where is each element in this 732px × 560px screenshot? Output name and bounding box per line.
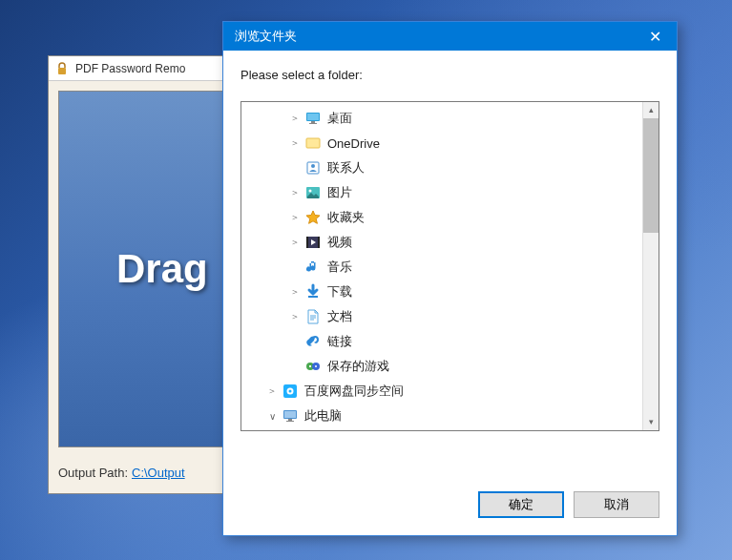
- svg-rect-26: [288, 419, 292, 421]
- downloads-icon: [304, 283, 322, 301]
- tree-item-downloads[interactable]: ＞下载: [241, 280, 642, 304]
- dialog-titlebar[interactable]: 浏览文件夹 ✕: [223, 22, 677, 51]
- svg-point-20: [315, 365, 317, 367]
- close-icon: ✕: [649, 28, 661, 46]
- svg-rect-2: [307, 114, 319, 120]
- onedrive-icon: [304, 135, 322, 152]
- scroll-up-arrow[interactable]: ▴: [643, 102, 659, 118]
- browse-folder-dialog: 浏览文件夹 ✕ Please select a folder: ＞桌面＞OneD…: [222, 21, 678, 536]
- svg-rect-25: [284, 411, 296, 418]
- tree-item-label: 保存的游戏: [327, 358, 389, 375]
- tree-item-label: 联系人: [327, 159, 365, 176]
- dialog-button-row: 确定 取消: [223, 476, 677, 535]
- scroll-thumb[interactable]: [643, 118, 659, 233]
- expander-icon[interactable]: ∨: [264, 411, 280, 422]
- tree-item-documents[interactable]: ＞文档: [241, 304, 642, 329]
- tree-item-label: 图片: [327, 184, 352, 201]
- links-icon: [304, 333, 322, 350]
- tree-item-label: OneDrive: [327, 136, 380, 151]
- favorites-icon: [304, 209, 322, 226]
- svg-rect-4: [309, 123, 317, 124]
- expander-icon[interactable]: ＞: [287, 186, 303, 199]
- tree-item-onedrive[interactable]: ＞OneDrive: [241, 131, 642, 156]
- tree-item-label: 百度网盘同步空间: [304, 383, 404, 400]
- vertical-scrollbar[interactable]: ▴ ▾: [642, 102, 659, 430]
- tree-item-favorites[interactable]: ＞收藏夹: [241, 205, 642, 230]
- tree-item-baidu[interactable]: ＞百度网盘同步空间: [241, 379, 642, 404]
- tree-item-label: 收藏夹: [327, 209, 365, 226]
- svg-rect-11: [306, 237, 308, 248]
- folder-tree[interactable]: ＞桌面＞OneDrive联系人＞图片＞收藏夹＞视频音乐＞下载＞文档链接保存的游戏…: [241, 102, 642, 430]
- tree-item-contacts[interactable]: 联系人: [241, 156, 642, 180]
- svg-point-7: [311, 164, 315, 168]
- svg-rect-19: [309, 365, 311, 367]
- baidu-icon: [282, 383, 299, 400]
- tree-item-label: 桌面: [327, 110, 352, 127]
- tree-item-label: 音乐: [327, 259, 352, 276]
- expander-icon[interactable]: ＞: [287, 136, 303, 150]
- svg-rect-0: [58, 68, 66, 74]
- expander-icon[interactable]: ＞: [287, 236, 303, 249]
- tree-item-label: 视频: [327, 234, 352, 251]
- ok-button[interactable]: 确定: [478, 491, 564, 518]
- drag-label: Drag: [116, 246, 208, 292]
- output-path-label: Output Path:: [58, 466, 128, 480]
- expander-icon[interactable]: ＞: [287, 285, 303, 299]
- tree-item-label: 链接: [327, 333, 352, 350]
- tree-item-label: 文档: [327, 308, 352, 325]
- scroll-track[interactable]: [643, 233, 659, 414]
- tree-item-games[interactable]: 保存的游戏: [241, 354, 642, 379]
- tree-item-thispc[interactable]: ∨此电脑: [241, 404, 642, 428]
- expander-icon[interactable]: ＞: [287, 211, 303, 224]
- scroll-down-arrow[interactable]: ▾: [643, 414, 659, 430]
- videos-icon: [304, 234, 322, 251]
- documents-icon: [304, 308, 322, 325]
- music-icon: [304, 259, 322, 276]
- games-icon: [304, 358, 322, 375]
- svg-rect-12: [318, 237, 320, 248]
- tree-item-music[interactable]: 音乐: [241, 255, 642, 280]
- output-path-link[interactable]: C:\Output: [132, 466, 185, 480]
- pictures-icon: [304, 184, 322, 201]
- expander-icon[interactable]: ＞: [287, 310, 303, 323]
- cancel-button[interactable]: 取消: [574, 491, 659, 518]
- folder-tree-container: ＞桌面＞OneDrive联系人＞图片＞收藏夹＞视频音乐＞下载＞文档链接保存的游戏…: [241, 101, 659, 431]
- svg-rect-27: [286, 421, 294, 422]
- tree-item-label: 此电脑: [304, 407, 342, 425]
- tree-item-label: 下载: [327, 283, 352, 301]
- svg-rect-13: [308, 296, 318, 298]
- expander-icon[interactable]: ＞: [264, 384, 280, 398]
- svg-point-9: [309, 190, 312, 193]
- svg-rect-5: [306, 138, 320, 148]
- desktop-icon: [304, 110, 322, 127]
- dialog-instruction: Please select a folder:: [223, 51, 677, 93]
- expander-icon[interactable]: ＞: [287, 112, 303, 125]
- contacts-icon: [304, 159, 322, 176]
- thispc-icon: [282, 407, 299, 425]
- tree-item-pictures[interactable]: ＞图片: [241, 180, 642, 205]
- tree-item-desktop[interactable]: ＞桌面: [241, 106, 642, 131]
- svg-rect-3: [311, 121, 315, 123]
- tree-item-videos[interactable]: ＞视频: [241, 230, 642, 255]
- dialog-close-button[interactable]: ✕: [634, 22, 677, 51]
- svg-point-23: [289, 390, 292, 393]
- lock-icon: [54, 61, 70, 76]
- tree-item-links[interactable]: 链接: [241, 329, 642, 354]
- dialog-title: 浏览文件夹: [235, 28, 634, 45]
